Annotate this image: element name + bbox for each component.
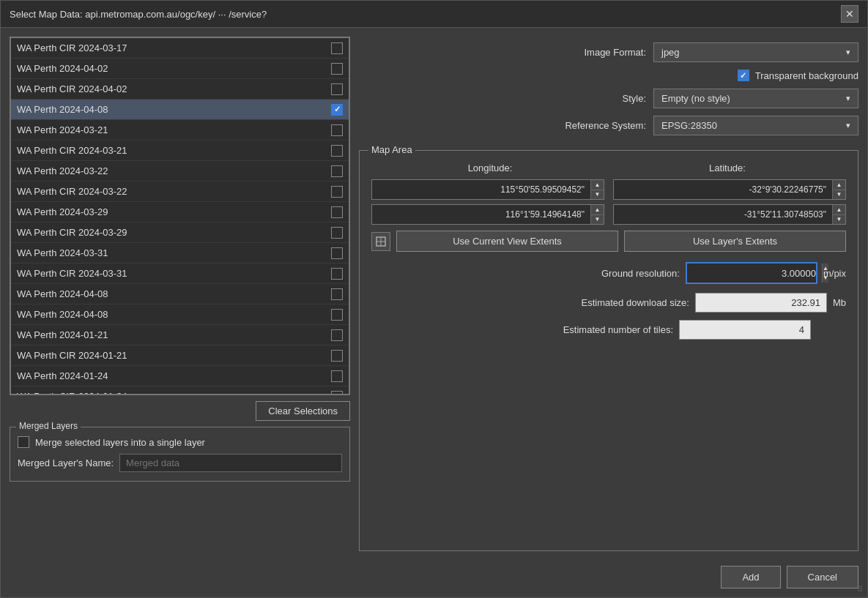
layer-item[interactable]: WA Perth CIR 2024-01-21 [11, 345, 349, 366]
transparent-background-row: Transparent background [359, 70, 858, 81]
layer-item-label: WA Perth 2024-03-21 [17, 124, 108, 135]
lon2-spin-up[interactable]: ▲ [591, 205, 604, 214]
lon1-input[interactable] [372, 181, 590, 198]
layer-item-checkbox[interactable] [331, 350, 343, 362]
layer-item-checkbox[interactable] [331, 165, 343, 177]
map-area-title: Map Area [368, 144, 415, 155]
current-view-button[interactable]: Use Current View Extents [396, 231, 618, 252]
download-size-label: Estimated download size: [371, 297, 689, 308]
merged-layers-group: Merged Layers Merge selected layers into… [10, 427, 350, 482]
layer-extents-button[interactable]: Use Layer's Extents [624, 231, 846, 252]
lon2-input[interactable] [372, 206, 590, 223]
layer-item[interactable]: WA Perth CIR 2024-03-21 [11, 141, 349, 161]
layer-item-checkbox[interactable] [331, 42, 343, 54]
layer-item-checkbox[interactable] [331, 268, 343, 280]
resize-handle[interactable]: ⠿ [857, 585, 863, 594]
layer-item-checkbox[interactable] [331, 124, 343, 136]
layer-item[interactable]: WA Perth 2024-03-22 [11, 161, 349, 182]
resolution-unit: m/pix [823, 268, 846, 279]
layer-item[interactable]: WA Perth CIR 2024-03-31 [11, 264, 349, 284]
layer-item-checkbox[interactable] [331, 206, 343, 218]
lat2-input-wrap: ▲ ▼ [613, 204, 846, 225]
cancel-button[interactable]: Cancel [787, 566, 858, 588]
layer-item[interactable]: WA Perth 2024-04-08 [11, 304, 349, 325]
layer-item-checkbox[interactable] [331, 104, 343, 116]
resolution-row: Ground resolution: ▲ ▼ m/pix [371, 262, 846, 284]
top-settings: Image Format: jpeg ▾ Transparent backgro… [359, 37, 858, 141]
layer-item-label: WA Perth CIR 2024-03-17 [17, 42, 127, 53]
download-size-row: Estimated download size: 232.91 Mb [371, 293, 846, 313]
merged-name-input[interactable] [119, 454, 342, 472]
coord-headers: Longitude: Latitude: [371, 162, 846, 173]
title-bar: Select Map Data: api.metromap.com.au/ogc… [1, 1, 867, 28]
layer-item-checkbox[interactable] [331, 370, 343, 382]
layer-item[interactable]: WA Perth CIR 2024-04-02 [11, 79, 349, 100]
merged-layers-group-label: Merged Layers [16, 421, 81, 431]
layer-list[interactable]: WA Perth CIR 2024-03-17WA Perth 2024-04-… [10, 37, 350, 395]
reference-system-row: Reference System: EPSG:28350 ▾ [359, 116, 858, 135]
layer-item-label: WA Perth CIR 2024-01-21 [17, 350, 127, 361]
layer-item-checkbox[interactable] [331, 247, 343, 259]
layer-item[interactable]: WA Perth CIR 2024-01-24 [11, 386, 349, 395]
resolution-label: Ground resolution: [371, 268, 680, 279]
layer-item[interactable]: WA Perth CIR 2024-03-29 [11, 223, 349, 243]
layer-item-checkbox[interactable] [331, 63, 343, 75]
lat1-spin-down[interactable]: ▼ [833, 190, 845, 199]
lat1-input[interactable] [614, 181, 832, 198]
merged-name-label: Merged Layer's Name: [18, 457, 114, 468]
layer-item-label: WA Perth 2024-03-31 [17, 247, 108, 258]
extent-icon-button[interactable] [371, 232, 390, 251]
download-size-unit: Mb [833, 297, 846, 308]
layer-item[interactable]: WA Perth 2024-03-21 [11, 120, 349, 141]
lon1-spin-up[interactable]: ▲ [591, 180, 604, 190]
layer-item[interactable]: WA Perth 2024-01-24 [11, 366, 349, 386]
tiles-row: Estimated number of tiles: 4 [371, 320, 846, 340]
reference-system-dropdown[interactable]: EPSG:28350 ▾ [653, 116, 858, 135]
transparent-background-label: Transparent background [755, 70, 858, 81]
lat2-input[interactable] [614, 206, 832, 223]
layer-item-checkbox[interactable] [331, 288, 343, 300]
layer-item-checkbox[interactable] [331, 309, 343, 321]
layer-item[interactable]: WA Perth CIR 2024-03-22 [11, 182, 349, 202]
layer-item[interactable]: WA Perth 2024-03-31 [11, 243, 349, 264]
clear-selections-button[interactable]: Clear Selections [256, 401, 350, 421]
layer-item-checkbox[interactable] [331, 329, 343, 341]
image-format-value: jpeg [661, 47, 680, 58]
reference-system-arrow: ▾ [846, 121, 850, 130]
lon1-spin-down[interactable]: ▼ [591, 190, 604, 199]
layer-item-checkbox[interactable] [331, 83, 343, 95]
layer-item-label: WA Perth 2024-04-08 [17, 104, 108, 115]
layer-item[interactable]: WA Perth 2024-04-02 [11, 59, 349, 79]
layer-item[interactable]: WA Perth 2024-03-29 [11, 202, 349, 223]
layer-item-label: WA Perth 2024-01-21 [17, 329, 108, 340]
add-button[interactable]: Add [721, 566, 780, 588]
lat1-spin-up[interactable]: ▲ [833, 180, 845, 190]
layer-item-checkbox[interactable] [331, 391, 343, 396]
layer-item-label: WA Perth 2024-04-08 [17, 309, 108, 320]
lon2-input-wrap: ▲ ▼ [371, 204, 604, 225]
layer-item[interactable]: WA Perth CIR 2024-03-17 [11, 38, 349, 59]
merge-label: Merge selected layers into a single laye… [35, 437, 205, 448]
layer-item-checkbox[interactable] [331, 186, 343, 198]
layer-item[interactable]: WA Perth 2024-01-21 [11, 325, 349, 345]
lat2-spinners: ▲ ▼ [832, 205, 845, 224]
layer-item[interactable]: WA Perth 2024-04-08 [11, 100, 349, 120]
style-value: Empty (no style) [661, 93, 730, 104]
resolution-input[interactable] [687, 264, 822, 283]
layer-item[interactable]: WA Perth 2024-04-08 [11, 284, 349, 304]
resolution-input-wrap: ▲ ▼ [686, 262, 817, 284]
layer-item-label: WA Perth CIR 2024-03-22 [17, 186, 127, 197]
lat2-spin-up[interactable]: ▲ [833, 205, 845, 214]
image-format-dropdown[interactable]: jpeg ▾ [653, 42, 858, 62]
merge-checkbox[interactable] [18, 436, 29, 448]
transparent-background-checkbox[interactable] [738, 70, 749, 81]
left-panel: WA Perth CIR 2024-03-17WA Perth 2024-04-… [10, 37, 350, 551]
lat2-spin-down[interactable]: ▼ [833, 214, 845, 224]
layer-item-checkbox[interactable] [331, 227, 343, 239]
layer-item-label: WA Perth 2024-01-24 [17, 370, 108, 381]
longitude-header: Longitude: [371, 162, 609, 173]
lon2-spin-down[interactable]: ▼ [591, 214, 604, 224]
layer-item-checkbox[interactable] [331, 145, 343, 157]
style-dropdown[interactable]: Empty (no style) ▾ [653, 89, 858, 108]
close-button[interactable]: ✕ [841, 5, 858, 23]
